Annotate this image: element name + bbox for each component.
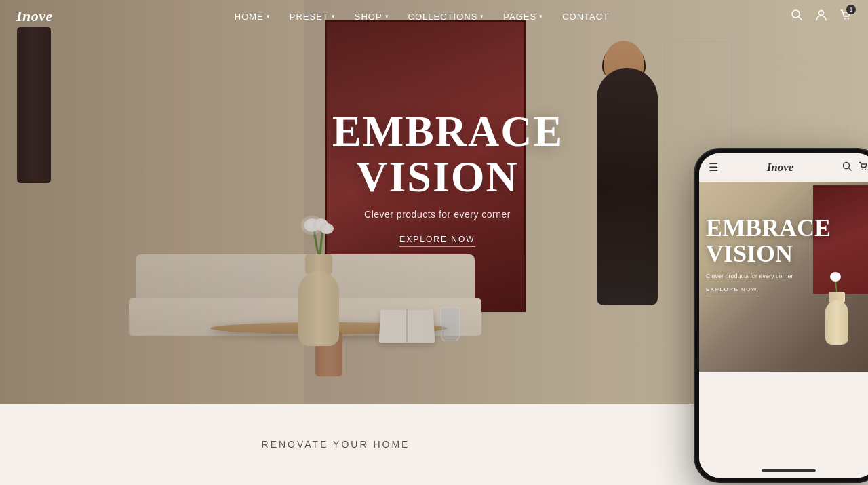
phone-search-icon[interactable]: [842, 161, 852, 174]
phone-mockup: ☰ Inove: [695, 149, 868, 482]
svg-line-6: [848, 168, 851, 171]
bottom-section: RENOVATE YOUR HOME: [0, 404, 671, 485]
nav-preset[interactable]: PRESET ▾: [290, 12, 336, 22]
phone-flower-head: [830, 272, 841, 282]
phone-explore-button[interactable]: EXPLORE NOW: [706, 286, 757, 294]
hero-content: EMBRACE VISION Clever products for every…: [332, 109, 542, 247]
nav-home[interactable]: HOME ▾: [235, 12, 271, 22]
phone-hero-content: EMBRACE VISION Clever products for every…: [706, 216, 814, 294]
hero-subtitle: Clever products for every corner: [332, 209, 542, 220]
svg-point-8: [865, 169, 866, 170]
brand-logo[interactable]: Inove: [16, 7, 53, 25]
hero-title: EMBRACE VISION: [332, 109, 542, 199]
phone-brand-logo: Inove: [767, 161, 794, 174]
phone-home-bar: [762, 469, 816, 472]
phone-vase: [820, 290, 854, 345]
explore-now-button[interactable]: EXPLORE NOW: [399, 235, 475, 247]
phone-nav-icons: [842, 161, 868, 174]
chevron-down-icon: ▾: [539, 13, 543, 20]
chevron-down-icon: ▾: [267, 13, 271, 20]
phone-vase-body: [825, 300, 848, 345]
navbar: Inove HOME ▾ PRESET ▾ SHOP ▾ COLLECTIONS…: [0, 0, 868, 33]
nav-contact[interactable]: CONTACT: [562, 12, 609, 22]
phone-hero-title: EMBRACE VISION: [706, 216, 814, 267]
nav-actions: 1: [791, 9, 852, 24]
phone-cart-icon[interactable]: [859, 161, 868, 174]
phone-hero-subtitle: Clever products for every corner: [706, 273, 814, 279]
phone-screen: ☰ Inove: [699, 153, 868, 478]
svg-point-3: [844, 18, 846, 19]
svg-point-2: [819, 10, 824, 15]
phone-hero: EMBRACE VISION Clever products for every…: [699, 182, 868, 372]
nav-shop[interactable]: SHOP ▾: [355, 12, 389, 22]
nav-collections[interactable]: COLLECTIONS ▾: [408, 12, 485, 22]
search-icon[interactable]: [791, 9, 803, 24]
nav-links: HOME ▾ PRESET ▾ SHOP ▾ COLLECTIONS ▾ PAG…: [235, 12, 609, 22]
cart-count: 1: [846, 5, 856, 14]
svg-line-1: [799, 16, 802, 20]
cart-icon[interactable]: 1: [840, 9, 852, 24]
chevron-down-icon: ▾: [480, 13, 484, 20]
bottom-heading: RENOVATE YOUR HOME: [262, 439, 410, 450]
phone-menu-icon[interactable]: ☰: [709, 162, 718, 173]
phone-bottom: [699, 376, 868, 478]
user-icon[interactable]: [815, 9, 827, 24]
chevron-down-icon: ▾: [332, 13, 336, 20]
svg-point-7: [862, 169, 863, 170]
phone-navbar: ☰ Inove: [699, 153, 868, 182]
nav-pages[interactable]: PAGES ▾: [503, 12, 543, 22]
chevron-down-icon: ▾: [385, 13, 389, 20]
svg-point-4: [848, 18, 849, 19]
